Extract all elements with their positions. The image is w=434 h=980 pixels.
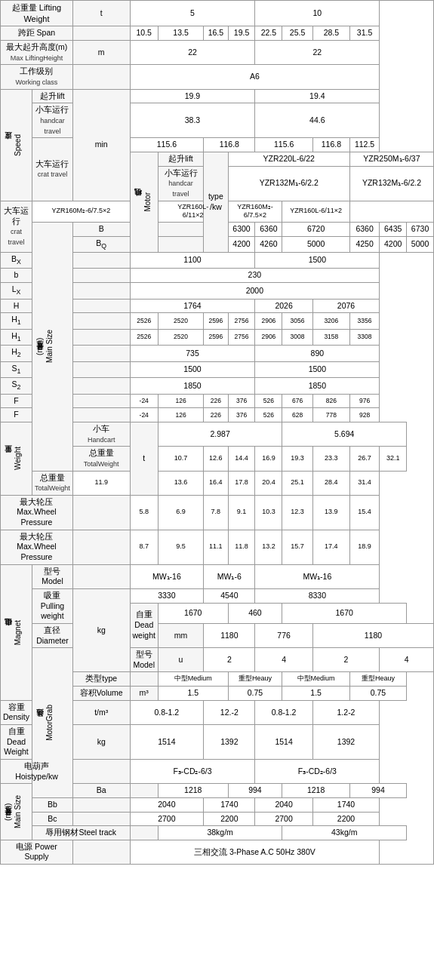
- mwp-10t-8: 18.9: [349, 530, 379, 564]
- wt-10t-3: 16.4: [204, 471, 228, 495]
- size-H1-3: 2596: [204, 313, 228, 329]
- mg-density-label: 容重Density: [1, 700, 32, 724]
- size-BQ-5t-3: 5000: [282, 236, 350, 252]
- mg-model-10t-2: 4: [380, 648, 434, 672]
- size-F-label: F: [1, 394, 32, 408]
- mg-type-10t-1: 中型Medium: [282, 672, 350, 687]
- size-H1-label: H1: [1, 313, 32, 329]
- size-H1-5: 2906: [255, 313, 282, 329]
- size-BX-10t: 1500: [255, 253, 380, 269]
- size-B-10t-1: 6360: [349, 222, 379, 236]
- size-BQ-10t-3: 5000: [407, 236, 434, 252]
- mg-den-5t-2: 12.-2: [204, 700, 255, 724]
- size-H-5t: 1764: [130, 299, 255, 313]
- size-H1-8: 3356: [349, 313, 379, 329]
- speed-handcar-10t: 44.6: [255, 103, 380, 138]
- size-H1-7: 3206: [312, 313, 349, 329]
- size-F-5t-6: 676: [282, 394, 312, 408]
- hoist-Bc-10t-2: 2200: [312, 812, 379, 826]
- mg-vol-5t-1: 1.5: [158, 687, 228, 701]
- size-H1b-unit: [72, 329, 130, 345]
- wt-10t-8: 31.4: [349, 471, 379, 495]
- main-size-outer-label: 主要尺寸(mm)Main Size: [32, 222, 73, 471]
- max-lift-10t: 22: [255, 40, 380, 64]
- size-S2-label: S2: [1, 378, 32, 394]
- size-F-10t-4: 376: [228, 408, 255, 422]
- magnet-model-5t-2: MW₁-6: [204, 564, 255, 588]
- magnet-diam-10t: 1180: [312, 623, 433, 647]
- mwp-5t-1: 5.8: [130, 495, 158, 530]
- magnet-dead-5t-1: 1670: [158, 603, 228, 623]
- size-F-10t-7: 778: [312, 408, 349, 422]
- mwp-10t-4: 11.8: [228, 530, 255, 564]
- size-BX-label: BX: [1, 253, 32, 269]
- size-F2-unit: [72, 408, 130, 422]
- motor-crat-5t-1: YZR160M₂-6/7.5×2: [32, 201, 131, 222]
- magnet-dead-10t: 1670: [282, 603, 407, 623]
- size-S2-10t: 1850: [255, 378, 380, 394]
- magnet-model-5t-1: MW₁-16: [130, 564, 204, 588]
- mg-vol-10t-1: 1.5: [282, 687, 350, 701]
- mwp-5t-5: 10.3: [255, 495, 282, 530]
- size-H1-4: 2756: [228, 313, 255, 329]
- size-H1b-5: 2906: [255, 329, 282, 345]
- hoist-Ba-5t-2: 994: [228, 784, 282, 798]
- magnet-diameter-label: 直径Diameter: [32, 623, 73, 647]
- magnet-pulling-5t-2: 4540: [204, 588, 255, 603]
- size-F-unit: [72, 394, 130, 408]
- hoist-Ba-10t-1: 1218: [282, 784, 350, 798]
- mwp-10t-6: 15.7: [282, 530, 312, 564]
- mg-type-unit: [130, 672, 158, 687]
- rail-label: 辱用钢材Steel track: [32, 826, 131, 840]
- speed-crat-10t-1: 115.6: [255, 138, 312, 152]
- magnet-diam-5t-2: 776: [255, 623, 312, 647]
- mwp-5t-4: 9.1: [228, 495, 255, 530]
- mwp-5t-2: 6.9: [158, 495, 203, 530]
- mg-vol-5t-2: 0.75: [228, 687, 282, 701]
- mwp-10t-3: 11.1: [204, 530, 228, 564]
- magnet-mm-unit: mm: [158, 623, 203, 647]
- size-H1b-2: 2520: [158, 329, 203, 345]
- mg-dead-unit: kg: [72, 725, 130, 760]
- mwp-5t-3: 7.8: [204, 495, 228, 530]
- max-wheel-label: 最大轮压 Max.WheelPressure: [1, 495, 73, 530]
- rail-10t: 43kg/m: [282, 826, 407, 840]
- hoist-Bc-unit: [72, 812, 130, 826]
- motor-crat-10t-2: YZR160L-6/11×2: [282, 201, 350, 222]
- weight-handcart-10t: 5.694: [282, 422, 407, 446]
- magnet-diam-5t-1: 1180: [204, 623, 255, 647]
- max-lift-label: 最大起升高度(m)Max LiftingHeight: [1, 40, 73, 64]
- motor-handcar-10t: YZR132M₁-6/2.2: [349, 166, 433, 201]
- power-value: 三相交流 3-Phase A.C 50Hz 380V: [130, 840, 380, 864]
- size-H1b-3: 2596: [204, 329, 228, 345]
- wt-5t-5: 19.3: [282, 447, 312, 471]
- mg-type-5t-2: 重型Heauy: [228, 672, 282, 687]
- size-BQ-10t-2: 4200: [380, 236, 407, 252]
- magnet-kg-unit: kg: [72, 588, 130, 671]
- unit-t: t: [72, 1, 130, 26]
- speed-lift-label: 起升lift: [32, 89, 73, 103]
- lw-5t: 5: [130, 1, 255, 26]
- size-F-10t-8: 928: [349, 408, 379, 422]
- motor-lift-10t: YZR250M₁-6/37: [349, 152, 433, 166]
- motor-handcar-label: 小车运行handcartravel: [158, 166, 203, 201]
- size-F-5t-7: 826: [312, 394, 349, 408]
- hoist-unit: [72, 759, 130, 783]
- hoist-Ba-10t-2: 994: [349, 784, 406, 798]
- size-S1-unit: [72, 361, 130, 377]
- mg-den-10t-1: 0.8-1.2: [255, 700, 312, 724]
- hoist-Ba-label: Ba: [72, 784, 130, 798]
- mg-type-5t-1: 中型Medium: [158, 672, 228, 687]
- size-S1-5t: 1500: [130, 361, 255, 377]
- speed-crat-10t-2: 116.8: [312, 138, 349, 152]
- size-H1-1: 2526: [130, 313, 158, 329]
- mg-model-unit: u: [158, 648, 203, 672]
- size-S1-label: S1: [1, 361, 32, 377]
- magnet-outer-label: 电磁盘Magnet: [1, 564, 32, 700]
- mg-volume-label: 容积Volume: [72, 687, 130, 701]
- speed-handcar-5t: 38.3: [130, 103, 255, 138]
- motor-handcar-5t: YZR132M₁-6/2.2: [228, 166, 349, 201]
- size-S2-unit: [72, 378, 130, 394]
- speed-crat-5t-2: 116.8: [204, 138, 255, 152]
- size-F-5t-2: 126: [158, 394, 203, 408]
